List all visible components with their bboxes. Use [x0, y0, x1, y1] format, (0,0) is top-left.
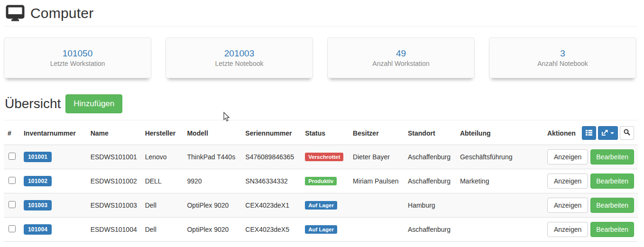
cell-owner: Miriam Paulsen — [349, 169, 404, 193]
col-header-aktionen: Aktionen — [547, 129, 576, 137]
stat-label: Anzahl Notebook — [537, 60, 588, 67]
col-header-inventarnummer: Inventarnummer — [20, 120, 87, 145]
cell-model: OptiPlex 9020 — [183, 218, 241, 242]
stat-value: 3 — [560, 48, 565, 59]
status-badge: Auf Lager — [305, 201, 337, 210]
cell-location: Aschaffenburg — [404, 169, 456, 193]
search-button[interactable] — [620, 126, 634, 140]
col-header-seriennummer: Seriennummer — [241, 120, 301, 145]
cell-manufacturer: Lenovo — [141, 145, 184, 169]
cell-owner — [349, 218, 404, 242]
stat-label: Anzahl Workstation — [372, 60, 429, 67]
edit-button[interactable]: Bearbeiten — [590, 222, 634, 237]
cell-model: OptiPlex 9020 — [183, 193, 241, 218]
cell-serial: CEX4023deX1 — [241, 193, 301, 218]
col-header-name: Name — [87, 120, 141, 145]
view-button[interactable]: Anzeigen — [547, 198, 588, 213]
cell-name: ESDWS101004 — [87, 218, 141, 242]
cell-manufacturer: Dell — [141, 218, 184, 242]
cell-owner: Dieter Bayer — [349, 145, 404, 169]
stat-label: Letzte Notebook — [215, 60, 264, 67]
cell-model: ThinkPad T440s — [183, 145, 241, 169]
table-row: 101001 ESDWS101001 Lenovo ThinkPad T440s… — [4, 145, 638, 169]
status-badge: Produktiv — [305, 177, 337, 185]
table-toolbar — [582, 126, 634, 140]
cell-location: Aschaffenburg — [404, 218, 456, 242]
stat-card-last-workstation: 101050 Letzte Workstation — [4, 37, 151, 78]
col-header-abteilung: Abteilung — [456, 120, 543, 145]
cell-serial: SN346334332 — [241, 169, 301, 193]
cell-manufacturer: DELL — [141, 169, 184, 193]
stat-value: 49 — [396, 48, 406, 59]
edit-button[interactable]: Bearbeiten — [590, 198, 634, 213]
view-button[interactable]: Anzeigen — [547, 149, 588, 165]
edit-button[interactable]: Bearbeiten — [590, 174, 634, 189]
stat-label: Letzte Workstation — [50, 60, 105, 67]
cell-name: ESDWS101001 — [87, 145, 141, 169]
col-header-hersteller: Hersteller — [141, 120, 184, 145]
col-header-standort: Standort — [404, 120, 456, 145]
cell-department — [456, 193, 543, 218]
col-header-status: Status — [301, 120, 349, 145]
title-divider — [4, 26, 638, 27]
stat-cards: 101050 Letzte Workstation 201003 Letzte … — [4, 37, 636, 78]
add-button[interactable]: Hinzufügen — [65, 94, 122, 113]
col-header-modell: Modell — [183, 120, 241, 145]
page-header: Computer — [4, 5, 638, 22]
inventory-badge[interactable]: 101003 — [24, 200, 52, 210]
view-button[interactable]: Anzeigen — [547, 222, 588, 237]
search-icon — [624, 129, 630, 137]
cell-name: ESDWS101002 — [87, 169, 141, 193]
view-button[interactable]: Anzeigen — [547, 174, 588, 189]
row-select-checkbox[interactable] — [9, 201, 16, 208]
caret-down-icon — [610, 132, 614, 134]
table-row: 101002 ESDWS101002 DELL 9920 SN346334332… — [4, 169, 638, 193]
cell-location: Aschaffenburg — [404, 145, 456, 169]
edit-button[interactable]: Bearbeiten — [590, 149, 634, 165]
row-select-checkbox[interactable] — [9, 225, 16, 232]
cell-serial: CEX4023deX5 — [241, 218, 301, 242]
cell-department: Marketing — [456, 169, 543, 193]
stat-card-notebook-count: 3 Anzahl Notebook — [489, 37, 636, 78]
stat-value: 201003 — [224, 48, 254, 59]
cell-name: ESDWS101003 — [87, 193, 141, 218]
cell-location: Hamburg — [404, 193, 456, 218]
cell-department: Geschäftsführung — [456, 145, 543, 169]
row-select-checkbox[interactable] — [9, 177, 16, 184]
inventory-badge[interactable]: 101004 — [24, 224, 52, 235]
inventory-table: # Inventarnummer Name Hersteller Modell … — [4, 120, 638, 242]
inventory-badge[interactable]: 101002 — [24, 176, 52, 186]
inventory-badge[interactable]: 101001 — [24, 152, 52, 162]
col-header-besitzer: Besitzer — [349, 120, 404, 145]
status-badge: Verschrottet — [305, 153, 343, 161]
monitor-icon — [6, 5, 25, 22]
overview-title: Übersicht — [5, 96, 61, 111]
export-icon — [602, 129, 608, 137]
overview-header: Übersicht Hinzufügen — [4, 94, 638, 113]
cell-department — [456, 218, 543, 242]
cell-manufacturer: Dell — [141, 193, 184, 218]
page-container: Computer 101050 Letzte Workstation 20100… — [0, 0, 644, 242]
cell-owner — [349, 193, 404, 218]
cell-serial: S476089846365 — [241, 145, 301, 169]
stat-card-last-notebook: 201003 Letzte Notebook — [166, 37, 313, 78]
page-title: Computer — [30, 5, 93, 21]
list-icon — [586, 129, 592, 137]
stat-card-workstation-count: 49 Anzahl Workstation — [327, 37, 475, 78]
export-button[interactable] — [598, 126, 618, 140]
status-badge: Auf Lager — [305, 225, 337, 234]
col-header-select: # — [4, 120, 20, 145]
row-select-checkbox[interactable] — [9, 153, 16, 160]
cell-model: 9920 — [183, 169, 241, 193]
table-row: 101004 ESDWS101004 Dell OptiPlex 9020 CE… — [4, 218, 638, 242]
table-row: 101003 ESDWS101003 Dell OptiPlex 9020 CE… — [4, 193, 638, 218]
columns-toggle-button[interactable] — [582, 126, 596, 140]
stat-value: 101050 — [63, 48, 92, 59]
table-header: # Inventarnummer Name Hersteller Modell … — [4, 120, 638, 145]
